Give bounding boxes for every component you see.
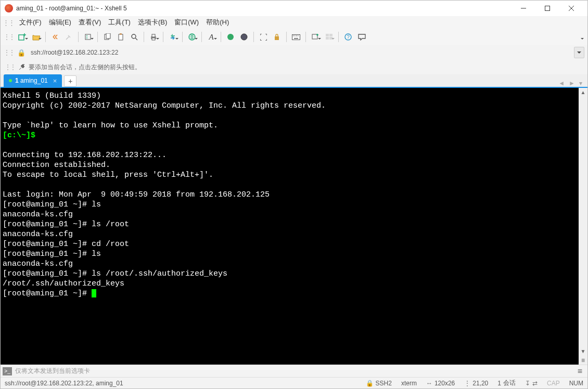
color2-icon[interactable] [238,31,250,43]
svg-point-9 [132,34,136,38]
terminal-area: Xshell 5 (Build 1339) Copyright (c) 2002… [1,88,587,365]
transfer-icon[interactable] [167,31,179,43]
svg-rect-12 [152,38,155,40]
tab-strip: 1 aming_01 × + ◄ ► ▾ [1,74,587,88]
svg-rect-18 [293,35,294,36]
status-protocol: 🔒SSH2 [366,380,392,387]
send-prefix-icon[interactable]: >_ [3,367,12,375]
svg-rect-22 [294,38,298,39]
app-icon [5,4,13,12]
grip-icon: ⋮⋮ [5,63,15,71]
size-icon: ↔ [426,380,432,387]
status-link-icon: ↧⇄ [525,380,538,387]
svg-point-15 [241,34,247,40]
address-input[interactable] [29,47,571,58]
svg-rect-8 [120,33,122,35]
send-bar: >_ 仅将文本发送到当前选项卡 ≡ [1,365,587,377]
scroll-down-icon[interactable]: ▼ [579,347,587,356]
lock-icon[interactable] [271,31,283,43]
new-session-icon[interactable] [16,31,29,43]
tab-next-icon[interactable]: ► [569,80,575,87]
new-tab-button[interactable]: + [64,75,76,87]
svg-rect-3 [86,35,87,36]
terminal-menu-icon[interactable]: ≡ [579,356,587,365]
status-left: ssh://root@192.168.202.123:22, aming_01 [5,380,356,387]
print-icon[interactable] [147,31,160,43]
menu-tab[interactable]: 选项卡(B) [138,18,167,27]
menu-view[interactable]: 查看(V) [79,18,101,27]
copy-icon[interactable] [101,31,113,43]
properties-icon[interactable] [82,31,94,43]
svg-rect-7 [119,34,123,40]
svg-rect-25 [329,34,333,36]
svg-rect-27 [329,37,333,40]
status-term: xterm [401,380,417,387]
menu-tools[interactable]: 工具(T) [108,18,131,27]
grip-icon: ⋮⋮ [4,33,14,41]
status-bar: ssh://root@192.168.202.123:22, aming_01 … [1,377,587,388]
lock-small-icon: 🔒 [17,49,25,57]
status-cap: CAP [547,380,560,387]
window-title: aming_01 - root@aming_01:~ - Xshell 5 [16,5,512,12]
lock-status-icon: 🔒 [366,380,374,387]
scrollbar[interactable]: ▲ ▼ ≡ [579,88,587,365]
status-size: ↔120x26 [426,380,455,387]
tab-prev-icon[interactable]: ◄ [558,80,565,87]
svg-point-14 [227,34,234,40]
maximize-button[interactable] [535,1,559,16]
pos-icon: ⋮ [464,380,470,387]
svg-rect-21 [298,35,299,36]
pin-icon[interactable] [18,63,25,71]
svg-rect-24 [326,34,329,36]
tab-close-icon[interactable]: × [53,77,57,85]
titlebar: aming_01 - root@aming_01:~ - Xshell 5 [1,1,587,16]
address-dropdown-button[interactable] [574,47,584,58]
grip-icon: ⋮⋮ [4,49,14,56]
fullscreen-icon[interactable] [257,31,270,43]
terminal[interactable]: Xshell 5 (Build 1339) Copyright (c) 2002… [1,88,579,365]
close-button[interactable] [559,1,583,16]
toolbar-overflow-icon[interactable] [572,31,584,43]
color1-icon[interactable] [224,31,237,43]
svg-rect-1 [19,35,24,40]
globe-icon[interactable] [186,31,198,43]
address-bar: ⋮⋮ 🔒 [1,45,587,60]
minimize-button[interactable] [512,1,535,16]
hint-text: 要添加当前会话，点击左侧的箭头按钮。 [29,63,141,72]
hint-bar: ⋮⋮ 要添加当前会话，点击左侧的箭头按钮。 [1,60,587,74]
svg-rect-19 [295,35,296,36]
svg-rect-26 [326,37,329,40]
scroll-track[interactable] [579,97,587,347]
send-menu-icon[interactable]: ≡ [574,367,585,376]
menu-edit[interactable]: 编辑(E) [49,18,71,27]
svg-rect-2 [85,34,91,40]
menu-help[interactable]: 帮助(H) [206,18,229,27]
svg-rect-0 [545,6,550,11]
tile-icon[interactable] [323,31,335,43]
svg-rect-20 [296,35,297,36]
tab-label: aming_01 [20,77,48,84]
open-icon[interactable] [30,31,42,43]
newwin-icon[interactable] [309,31,322,43]
menu-file[interactable]: 文件(F) [19,18,42,27]
svg-rect-16 [275,36,279,40]
reconnect-icon[interactable] [49,31,61,43]
tab-menu-icon[interactable]: ▾ [579,80,582,87]
status-pos: ⋮21,20 [464,380,488,387]
search-icon[interactable] [128,31,140,43]
paste-icon[interactable] [114,31,127,43]
chat-icon[interactable] [355,31,368,43]
send-bar-text[interactable]: 仅将文本发送到当前选项卡 [15,367,571,375]
font-icon[interactable]: A [205,31,218,43]
scroll-up-icon[interactable]: ▲ [579,88,587,97]
keyboard-icon[interactable] [290,31,302,43]
status-dot-icon [9,79,12,82]
session-tab[interactable]: 1 aming_01 × [4,74,62,87]
menu-window[interactable]: 窗口(W) [174,18,199,27]
svg-rect-4 [86,37,87,38]
menubar: ⋮⋮ 文件(F) 编辑(E) 查看(V) 工具(T) 选项卡(B) 窗口(W) … [1,16,587,29]
svg-text:?: ? [347,34,350,40]
help-icon[interactable]: ? [342,31,354,43]
disconnect-icon[interactable] [62,31,75,43]
svg-rect-11 [152,34,155,37]
